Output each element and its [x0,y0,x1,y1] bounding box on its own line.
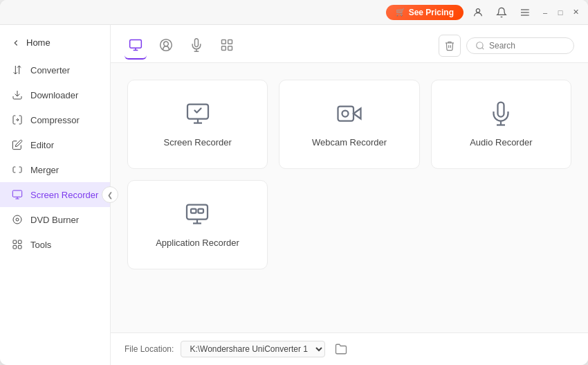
tab-webcam[interactable] [155,37,177,60]
svg-rect-20 [338,107,353,121]
open-folder-button[interactable] [332,340,350,358]
app-window: 🛒 See Pricing [0,0,588,365]
file-location-select[interactable]: K:\Wondershare UniConverter 1 [181,341,325,357]
screen-recorder-card-label: Screen Recorder [164,137,232,148]
sidebar-item-editor[interactable]: Editor [0,132,110,157]
delete-button[interactable] [439,35,461,57]
svg-rect-24 [187,205,208,220]
sidebar-item-screen-recorder[interactable]: Screen Recorder ❮ [0,182,110,207]
sidebar-label-dvd-burner: DVD Burner [30,215,79,225]
svg-rect-11 [130,40,142,48]
tools-icon [11,238,24,251]
webcam-recorder-card-label: Webcam Recorder [312,137,387,148]
minimize-button[interactable]: – [540,7,551,18]
svg-rect-7 [13,240,17,244]
dvd-icon [11,213,24,226]
sidebar-label-compressor: Compressor [30,115,80,125]
cart-icon: 🛒 [396,8,405,17]
svg-rect-4 [12,190,21,197]
svg-rect-14 [228,40,232,44]
screen-recorder-card-icon [185,101,210,129]
menu-icon[interactable] [516,3,534,21]
sidebar-label-downloader: Downloader [30,90,78,100]
tab-application[interactable] [216,37,238,60]
webcam-recorder-card-icon [337,101,362,129]
audio-recorder-card-icon [488,101,513,129]
sidebar-label-editor: Editor [30,140,54,150]
home-label: Home [26,37,50,48]
search-box [466,37,574,54]
search-icon [475,41,485,51]
svg-rect-13 [222,40,226,44]
svg-rect-16 [228,46,232,51]
sidebar: Home Converter Downloader [0,25,111,365]
sidebar-label-merger: Merger [30,165,59,175]
svg-rect-27 [191,209,196,213]
tab-audio[interactable] [185,37,208,60]
close-button[interactable]: ✕ [570,7,581,18]
editor-icon [11,139,24,151]
svg-rect-10 [18,245,21,249]
main-layout: Home Converter Downloader [0,25,588,365]
sidebar-item-converter[interactable]: Converter [0,57,110,82]
sidebar-home[interactable]: Home [0,32,110,53]
svg-line-18 [482,48,484,50]
toolbar-right [439,35,574,62]
sidebar-label-screen-recorder: Screen Recorder [30,190,98,200]
screen-recorder-icon [11,188,24,201]
see-pricing-button[interactable]: 🛒 See Pricing [386,5,463,20]
sidebar-item-tools[interactable]: Tools [0,232,110,257]
bottom-bar: File Location: K:\Wondershare UniConvert… [111,332,588,365]
audio-recorder-card[interactable]: Audio Recorder [431,80,571,169]
svg-rect-9 [13,245,17,249]
svg-rect-28 [199,209,204,213]
cards-row-2: Application Recorder [127,180,571,269]
svg-point-21 [342,111,348,117]
user-icon[interactable] [469,3,487,21]
tab-screen[interactable] [125,37,147,60]
svg-point-0 [476,8,479,12]
sidebar-item-merger[interactable]: Merger [0,157,110,182]
content-area: Screen Recorder Webcam Recorder [111,25,588,365]
collapse-sidebar-button[interactable]: ❮ [102,186,118,203]
svg-rect-15 [222,46,226,51]
sidebar-label-tools: Tools [30,240,51,250]
svg-point-12 [164,42,169,46]
screen-recorder-card[interactable]: Screen Recorder [127,80,268,169]
merger-icon [11,163,24,176]
webcam-recorder-card[interactable]: Webcam Recorder [279,80,419,169]
sidebar-item-dvd-burner[interactable]: DVD Burner [0,207,110,232]
maximize-button[interactable]: □ [555,7,566,18]
compressor-icon [11,114,24,126]
svg-point-5 [13,215,21,224]
downloader-icon [11,89,24,101]
application-recorder-card[interactable]: Application Recorder [127,180,268,269]
converter-icon [11,64,24,76]
sidebar-item-downloader[interactable]: Downloader [0,82,110,107]
svg-point-17 [477,42,483,48]
cards-area: Screen Recorder Webcam Recorder [111,63,588,332]
cards-row-1: Screen Recorder Webcam Recorder [127,80,571,169]
application-recorder-card-label: Application Recorder [156,238,239,248]
file-location-label: File Location: [125,344,174,354]
title-bar: 🛒 See Pricing [0,0,588,25]
notification-icon[interactable] [493,3,511,21]
sidebar-item-compressor[interactable]: Compressor [0,107,110,132]
title-bar-icons [469,3,534,21]
tab-icons [125,37,238,60]
svg-rect-8 [18,240,21,244]
application-recorder-card-icon [185,202,210,229]
see-pricing-label: See Pricing [409,8,454,17]
search-input[interactable] [489,41,565,51]
sidebar-label-converter: Converter [30,65,70,75]
audio-recorder-card-label: Audio Recorder [470,137,532,148]
svg-point-6 [16,218,19,221]
window-controls: – □ ✕ [540,7,581,18]
top-toolbar [111,25,588,63]
